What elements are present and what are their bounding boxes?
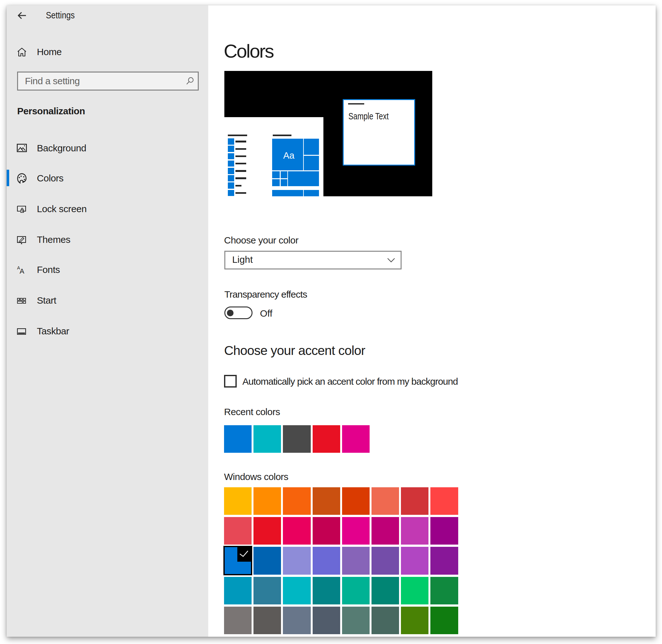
svg-text:A: A bbox=[20, 267, 24, 275]
